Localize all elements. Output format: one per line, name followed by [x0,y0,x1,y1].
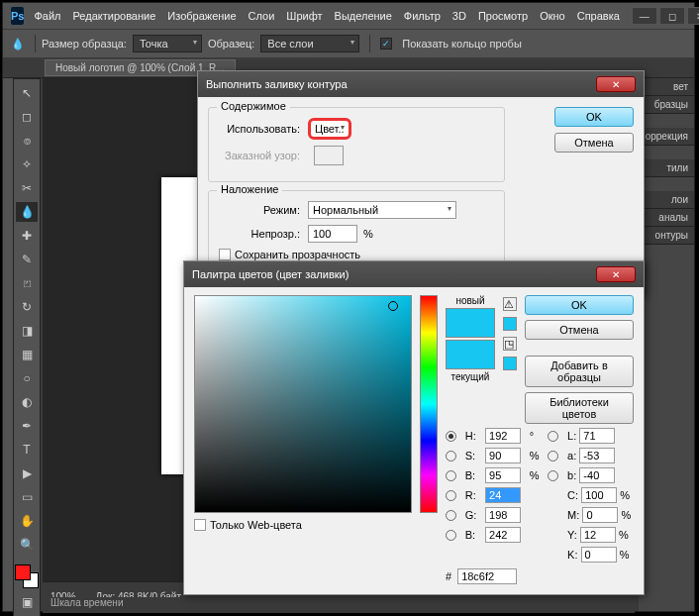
hue-slider[interactable] [420,295,438,513]
h-input[interactable] [485,428,521,444]
sample-size-label: Размер образца: [42,38,127,50]
c-label: C: [567,489,578,501]
wand-tool[interactable]: ✧ [16,154,38,174]
fill-cancel-button[interactable]: Отмена [554,133,634,153]
preserve-trans-checkbox[interactable] [219,249,231,260]
shape-tool[interactable]: ▭ [16,487,38,507]
menu-window[interactable]: Окно [540,10,565,22]
web-only-checkbox[interactable] [194,519,206,531]
timeline-panel[interactable]: Шкала времени [43,597,635,613]
menu-file[interactable]: Файл [34,10,60,22]
c-input[interactable] [581,487,617,503]
panel-layers[interactable]: лои [639,191,694,209]
blur-tool[interactable]: ○ [16,368,38,388]
menu-edit[interactable]: Редактирование [73,10,156,22]
mode-dropdown[interactable]: Нормальный [308,201,456,219]
show-ring-checkbox[interactable]: ✓ [380,38,392,50]
color-libraries-button[interactable]: Библиотеки цветов [525,392,634,424]
l-radio[interactable] [548,431,558,442]
r-radio[interactable] [446,490,456,501]
a-radio[interactable] [548,451,558,462]
panel-color[interactable]: вет [639,78,694,96]
use-dropdown[interactable]: Цвет.. [308,118,351,140]
current-color-preview[interactable] [446,340,495,369]
bch-input[interactable] [485,467,521,483]
menu-3d[interactable]: 3D [452,10,466,22]
toolbox: ↖ ◻ ⌾ ✧ ✂ 💧 ✚ ✎ ⏍ ↻ ◨ ▦ ○ ◐ ✒ T ▶ ▭ ✋ 🔍 … [13,78,41,616]
r-input[interactable] [485,487,521,503]
panel-channels[interactable]: аналы [639,209,694,227]
saturation-value-field[interactable] [194,295,412,513]
fill-dialog-close-button[interactable]: ✕ [596,76,636,92]
websafe-warning-icon[interactable]: ◳ [503,337,517,351]
s-input[interactable] [485,448,521,463]
opacity-input[interactable] [308,225,357,243]
sample-size-dropdown[interactable]: Точка [133,35,202,52]
k-input[interactable] [581,547,617,563]
b-input[interactable] [579,467,615,483]
quickmask-toggle[interactable]: ▣ [16,592,38,612]
color-dialog-titlebar[interactable]: Палитра цветов (цвет заливки) ✕ [184,261,644,287]
close-button[interactable]: ✕ [687,7,699,25]
add-swatch-button[interactable]: Добавить в образцы [525,356,634,387]
gamut-warning-icon[interactable]: ⚠ [503,297,517,311]
path-select-tool[interactable]: ▶ [16,463,38,483]
y-input[interactable] [580,527,616,543]
color-swatches[interactable] [15,565,39,588]
fill-ok-button[interactable]: OK [554,107,634,127]
eraser-tool[interactable]: ◨ [16,321,38,341]
lasso-tool[interactable]: ⌾ [16,131,38,151]
pattern-swatch [314,146,344,165]
menu-type[interactable]: Шрифт [286,10,322,22]
s-radio[interactable] [446,451,456,462]
m-input[interactable] [582,507,618,523]
color-ok-button[interactable]: OK [525,295,634,315]
bch-radio[interactable] [446,470,456,481]
minimize-button[interactable]: — [632,7,657,25]
gamut-color-icon[interactable] [503,317,517,331]
type-tool[interactable]: T [16,440,38,460]
g-input[interactable] [485,507,521,523]
menu-select[interactable]: Выделение [335,10,392,22]
b-radio[interactable] [548,470,558,481]
hand-tool[interactable]: ✋ [16,511,38,531]
h-radio[interactable] [446,431,456,442]
menu-help[interactable]: Справка [577,10,620,22]
heal-tool[interactable]: ✚ [16,226,38,246]
bcol-input[interactable] [485,527,521,543]
color-cancel-button[interactable]: Отмена [525,320,634,340]
menu-filter[interactable]: Фильтр [404,10,441,22]
a-input[interactable] [579,448,615,463]
gradient-tool[interactable]: ▦ [16,345,38,364]
maximize-button[interactable]: ◻ [659,7,685,25]
zoom-tool[interactable]: 🔍 [16,535,38,555]
panel-styles[interactable]: тили [639,159,694,177]
dodge-tool[interactable]: ◐ [16,392,38,412]
app-logo: Ps [11,7,24,25]
history-brush-tool[interactable]: ↻ [16,297,38,317]
eyedropper-tool[interactable]: 💧 [16,202,38,222]
menu-image[interactable]: Изображение [167,10,236,22]
sample-dropdown[interactable]: Все слои [260,35,359,52]
move-tool[interactable]: ↖ [16,83,38,103]
panel-paths[interactable]: онтуры [639,227,694,245]
panel-swatches[interactable]: бразцы [639,96,694,114]
panel-adjustments[interactable]: оррекция [639,128,694,146]
menu-view[interactable]: Просмотр [478,10,528,22]
m-unit: % [621,509,631,521]
marquee-tool[interactable]: ◻ [16,107,38,127]
bcol-radio[interactable] [446,530,456,541]
menu-layers[interactable]: Слои [249,10,275,22]
sv-cursor[interactable] [388,301,398,311]
crop-tool[interactable]: ✂ [16,178,38,198]
l-input[interactable] [579,428,615,444]
websafe-color-icon[interactable] [503,357,517,370]
stamp-tool[interactable]: ⏍ [16,273,38,293]
foreground-swatch[interactable] [15,565,31,580]
color-dialog-close-button[interactable]: ✕ [596,266,636,282]
brush-tool[interactable]: ✎ [16,250,38,269]
pen-tool[interactable]: ✒ [16,416,38,436]
g-radio[interactable] [446,510,456,521]
hex-input[interactable] [457,568,517,584]
fill-dialog-titlebar[interactable]: Выполнить заливку контура ✕ [198,71,644,97]
